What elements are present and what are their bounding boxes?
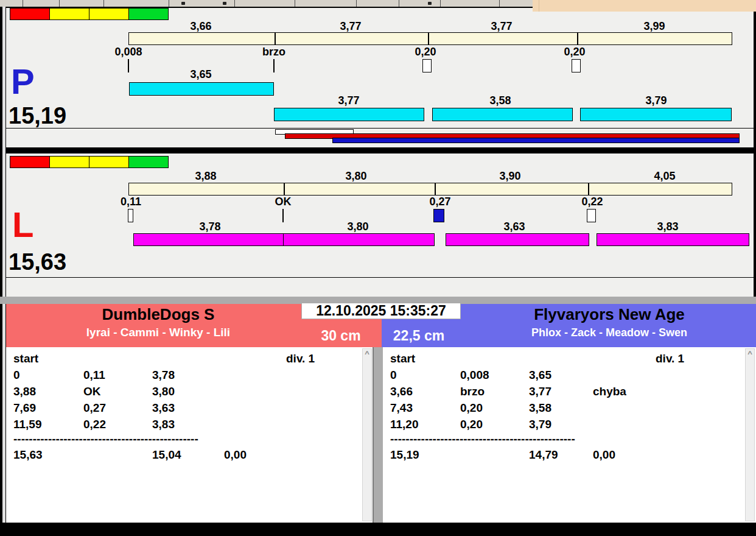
- cropped-toolbar-glyph: [428, 2, 432, 5]
- toolbar-separator: [295, 0, 295, 7]
- dog-time-label: 3,78: [183, 221, 237, 233]
- toolbar-separator: [59, 0, 60, 7]
- table-cell: 11,20: [390, 418, 419, 431]
- crossing-label: brzo: [247, 46, 301, 58]
- crossing-marker: [433, 209, 444, 222]
- table-cell: 3,79: [529, 418, 551, 431]
- jump-height: 22,5 cm: [385, 327, 452, 344]
- table-cell: 0,008: [460, 368, 489, 382]
- crossing-marker: [128, 59, 129, 72]
- dog-run-bar: [446, 233, 589, 246]
- table-cell: 3,63: [152, 401, 175, 415]
- dog-time-label: 3,65: [173, 69, 228, 80]
- status-light-red: [10, 8, 50, 20]
- table-cell: 3,58: [529, 401, 551, 415]
- leg-segments-bar: [128, 183, 732, 196]
- team-dogs: lyrai - Cammi - Winky - Lili: [6, 326, 310, 339]
- table-scrollbar[interactable]: ^: [362, 348, 372, 521]
- table-cell: 11,59: [13, 418, 42, 431]
- table-total-time: 15,19: [390, 448, 419, 462]
- leg-time-label: 3,80: [329, 171, 383, 182]
- table-cell: 3,77: [529, 385, 551, 398]
- dog-time-label: 3,83: [640, 221, 695, 233]
- leg-time-label: 3,88: [178, 171, 233, 182]
- dog-run-bar: [274, 108, 424, 121]
- table-start-label: start: [390, 352, 415, 365]
- cropped-toolbar-glyph: [181, 2, 185, 5]
- table-cell: OK: [83, 385, 101, 398]
- window-corner-panel: [533, 0, 756, 12]
- crossing-label: 0,22: [565, 196, 620, 208]
- leg-separator: [588, 183, 589, 195]
- toolbar-separator: [103, 0, 104, 7]
- cropped-toolbar[interactable]: [0, 0, 533, 7]
- table-cell: 0,20: [460, 418, 483, 431]
- table-cell: brzo: [460, 385, 485, 398]
- table-separator-dashes: ----------------------------------------…: [13, 432, 257, 446]
- window-corner-divider: [539, 0, 539, 12]
- result-table-right[interactable]: start div. 1 0 0,008 3,65 3,66 brzo 3,77…: [383, 347, 756, 523]
- table-start-label: start: [13, 352, 38, 365]
- toolbar-separator: [440, 0, 441, 7]
- table-cell: 3,78: [152, 368, 175, 382]
- toolbar-separator: [234, 0, 235, 7]
- table-penalty-time: 0,00: [224, 448, 247, 462]
- lane-total-time: 15,19: [9, 104, 66, 128]
- table-cell: 0: [390, 368, 397, 382]
- leg-separator: [435, 183, 436, 195]
- dog-run-bar: [432, 108, 573, 121]
- leg-time-label: 3,90: [483, 171, 537, 182]
- crossing-marker: [128, 209, 133, 222]
- lane-letter: P: [11, 65, 35, 98]
- table-cell: 3,83: [152, 418, 175, 431]
- table-cell: 3,65: [529, 368, 551, 382]
- table-clean-time: 15,04: [152, 448, 181, 462]
- table-cell: 3,80: [152, 385, 175, 398]
- table-gap-divider: [373, 347, 383, 523]
- table-division-label: div. 1: [656, 352, 684, 365]
- window-left-edge: [2, 7, 5, 523]
- crossing-label: 0,20: [398, 46, 453, 58]
- team-dogs: Phlox - Zack - Meadow - Swen: [463, 326, 756, 339]
- dog-run-bar: [283, 233, 435, 246]
- crossing-label: 0,20: [547, 46, 602, 58]
- crossing-marker: [422, 59, 432, 72]
- status-light-yellow: [49, 156, 89, 168]
- table-cell: 3,88: [13, 385, 36, 398]
- table-total-time: 15,63: [13, 448, 43, 462]
- lane-total-time: 15,63: [9, 250, 66, 274]
- crossing-label: 0,008: [101, 46, 156, 58]
- panel-divider-line: [6, 128, 754, 129]
- status-light-yellow: [89, 156, 129, 168]
- scroll-up-icon[interactable]: ^: [363, 350, 371, 358]
- crossing-label: 0,11: [103, 196, 158, 208]
- leg-time-label: 3,77: [474, 21, 529, 32]
- toolbar-separator: [23, 0, 23, 7]
- dog-time-label: 3,63: [487, 221, 542, 233]
- table-cell: 7,43: [390, 401, 413, 415]
- dog-time-label: 3,58: [473, 95, 528, 107]
- scroll-up-icon[interactable]: ^: [746, 350, 754, 358]
- status-light-green: [128, 156, 169, 168]
- crossing-label: OK: [256, 196, 310, 208]
- dog-time-label: 3,80: [331, 221, 385, 233]
- dog-run-bar: [133, 233, 284, 246]
- toolbar-separator: [169, 0, 169, 7]
- table-cell: 0,20: [460, 401, 483, 415]
- table-clean-time: 14,79: [529, 448, 558, 462]
- cropped-toolbar-glyph: [223, 2, 226, 5]
- table-scrollbar[interactable]: ^: [745, 348, 755, 521]
- table-cell: 0,22: [83, 418, 106, 431]
- leg-separator: [428, 33, 429, 44]
- team-name: Flyvaryors New Age: [463, 306, 756, 323]
- dog-run-bar: [580, 108, 732, 121]
- table-cell: 0,11: [83, 368, 105, 382]
- leg-segments-bar: [128, 32, 732, 45]
- flyball-timing-screen: 3,66 3,77 3,77 3,99 0,008 brzo 0,20 0,20…: [0, 0, 756, 536]
- result-table-left[interactable]: start div. 1 0 0,11 3,78 3,88 OK 3,80 7,…: [6, 347, 373, 523]
- leg-separator: [284, 183, 285, 195]
- lane-letter: L: [12, 208, 33, 241]
- lane-panel-p: 3,66 3,77 3,77 3,99 0,008 brzo 0,20 0,20…: [6, 8, 754, 147]
- status-light-green: [128, 8, 169, 20]
- table-cell: 0,27: [83, 401, 106, 415]
